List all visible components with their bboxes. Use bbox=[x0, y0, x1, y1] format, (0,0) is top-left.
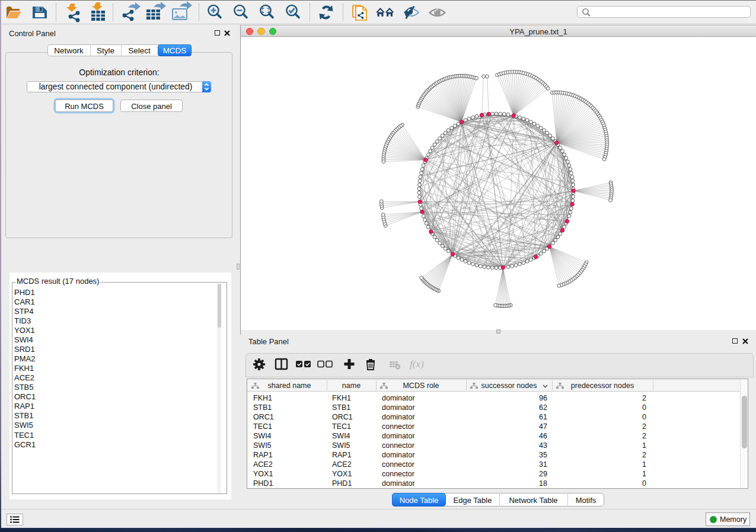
svg-text:f(x): f(x) bbox=[410, 358, 424, 370]
